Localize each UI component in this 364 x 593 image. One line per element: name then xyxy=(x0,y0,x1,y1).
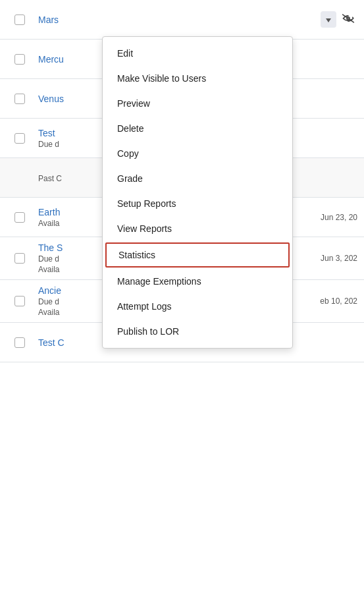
menu-item-view-reports[interactable]: View Reports xyxy=(103,216,292,241)
checkbox-mercury[interactable] xyxy=(14,54,25,65)
checkbox-cell-test xyxy=(7,133,33,144)
menu-item-setup-reports[interactable]: Setup Reports xyxy=(103,191,292,216)
checkbox-earth[interactable] xyxy=(14,212,25,223)
menu-item-publish-to-lor[interactable]: Publish to LOR xyxy=(103,319,292,344)
row-title-mercury[interactable]: Mercu xyxy=(38,54,64,65)
chevron-down-icon xyxy=(326,14,331,24)
checkbox-test[interactable] xyxy=(14,133,25,144)
checkbox-cell-testc xyxy=(7,337,33,348)
checkbox-venus[interactable] xyxy=(14,94,25,104)
checkbox-cell-mars xyxy=(7,14,33,25)
menu-item-copy[interactable]: Copy xyxy=(103,141,292,166)
checkbox-cell-thes xyxy=(7,253,33,264)
row-title-venus[interactable]: Venus xyxy=(38,94,64,104)
menu-item-statistics[interactable]: Statistics xyxy=(105,242,290,268)
checkbox-mars[interactable] xyxy=(14,14,25,25)
row-date-ancie: eb 10, 202 xyxy=(320,296,357,306)
checkbox-thes[interactable] xyxy=(14,253,25,264)
visibility-toggle-mars[interactable] xyxy=(339,11,357,29)
table-container: Mars Edit Make Visible to Users Previ xyxy=(0,0,364,593)
row-date-earth: Jun 23, 20 xyxy=(321,213,357,222)
checkbox-cell-mercury xyxy=(7,54,33,65)
menu-item-preview[interactable]: Preview xyxy=(103,91,292,116)
checkbox-cell-venus xyxy=(7,94,33,104)
menu-item-grade[interactable]: Grade xyxy=(103,166,292,191)
eye-strike-icon xyxy=(342,13,355,24)
menu-item-make-visible[interactable]: Make Visible to Users xyxy=(103,66,292,91)
checkbox-testc[interactable] xyxy=(14,337,25,348)
menu-item-attempt-logs[interactable]: Attempt Logs xyxy=(103,294,292,319)
content-cell-mars: Mars xyxy=(33,14,321,25)
row-title-mars[interactable]: Mars xyxy=(38,14,59,25)
dropdown-menu: Edit Make Visible to Users Preview Delet… xyxy=(102,36,293,349)
menu-item-edit[interactable]: Edit xyxy=(103,41,292,66)
menu-item-manage-exemptions[interactable]: Manage Exemptions xyxy=(103,269,292,294)
row-mars: Mars Edit Make Visible to Users Previ xyxy=(0,0,364,40)
checkbox-cell-earth xyxy=(7,212,33,223)
dropdown-button-mars[interactable] xyxy=(321,11,336,28)
checkbox-cell-ancie xyxy=(7,296,33,306)
menu-item-delete[interactable]: Delete xyxy=(103,116,292,141)
row-date-thes: Jun 3, 202 xyxy=(321,254,357,263)
actions-cell-mars xyxy=(321,11,357,29)
checkbox-ancie[interactable] xyxy=(14,296,25,306)
